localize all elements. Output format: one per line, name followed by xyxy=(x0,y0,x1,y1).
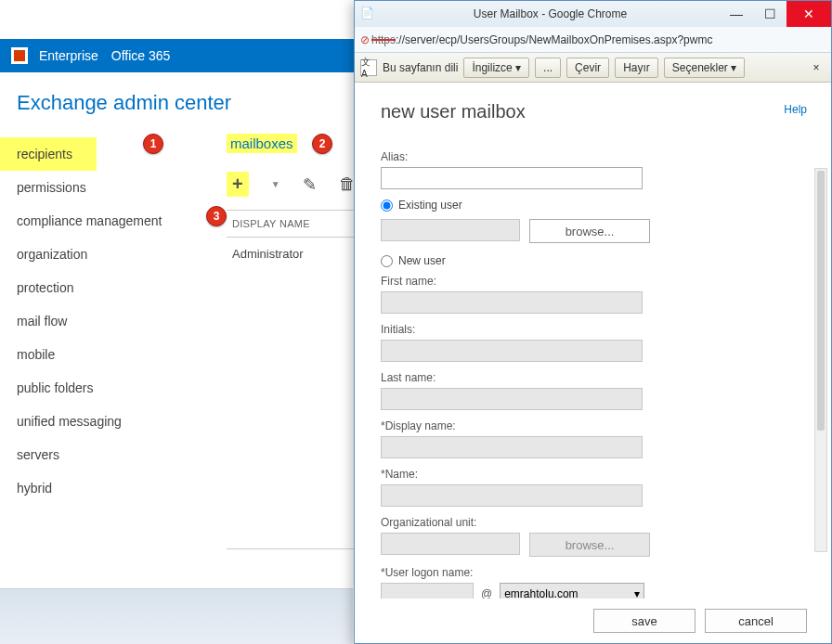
alias-input[interactable] xyxy=(381,167,643,189)
sidebar-item-hybrid[interactable]: hybrid xyxy=(0,471,214,505)
form-body: Help new user mailbox Alias: Existing us… xyxy=(355,83,831,599)
sidebar-item-organization[interactable]: organization xyxy=(0,238,214,271)
page-icon: 📄 xyxy=(360,6,375,21)
add-button[interactable]: + xyxy=(227,172,249,197)
name-label: *Name: xyxy=(381,468,805,481)
maximize-button[interactable]: ☐ xyxy=(753,1,786,27)
form-title: new user mailbox xyxy=(381,101,805,122)
new-user-radio[interactable]: New user xyxy=(381,254,805,267)
divider xyxy=(227,548,357,549)
close-button[interactable]: ✕ xyxy=(786,1,831,27)
window-buttons: — ☐ ✕ xyxy=(720,1,831,27)
scrollbar-thumb[interactable] xyxy=(817,171,825,431)
badge-2: 2 xyxy=(312,134,332,154)
scrollbar[interactable] xyxy=(814,168,827,552)
at-symbol: @ xyxy=(481,587,492,599)
translate-no-button[interactable]: Hayır xyxy=(615,58,658,78)
sidebar-item-publicfolders[interactable]: public folders xyxy=(0,371,214,405)
minimize-button[interactable]: — xyxy=(720,1,753,27)
cancel-button[interactable]: cancel xyxy=(705,609,807,633)
translate-lang-dropdown[interactable]: İngilizce ▾ xyxy=(463,58,529,78)
chevron-down-icon[interactable]: ▼ xyxy=(271,179,280,189)
table-header-displayname: DISPLAY NAME xyxy=(227,210,357,238)
office-logo-icon xyxy=(11,47,28,64)
existing-user-input xyxy=(381,219,520,241)
badge-1: 1 xyxy=(143,134,163,154)
browse-existing-button[interactable]: browse... xyxy=(529,219,650,243)
url-text: ://server/ecp/UsersGroups/NewMailboxOnPr… xyxy=(396,33,712,46)
edit-icon[interactable]: ✎ xyxy=(303,174,317,195)
alias-label: Alias: xyxy=(381,150,805,163)
displayname-label: *Display name: xyxy=(381,419,805,432)
chevron-down-icon: ▾ xyxy=(634,587,640,599)
orgunit-input xyxy=(381,533,520,555)
domain-value: emrahtolu.com xyxy=(504,587,578,599)
initials-input xyxy=(381,340,643,362)
domain-select: emrahtolu.com ▾ xyxy=(500,583,644,599)
initials-label: Initials: xyxy=(381,323,805,336)
save-button[interactable]: save xyxy=(593,609,696,633)
translate-options-button[interactable]: Seçenekler ▾ xyxy=(664,58,745,78)
lastname-label: Last name: xyxy=(381,371,805,384)
url-protocol: https xyxy=(371,33,396,46)
displayname-input xyxy=(381,436,643,458)
logon-label: *User logon name: xyxy=(381,566,805,579)
window-titlebar[interactable]: 📄 User Mailbox - Google Chrome — ☐ ✕ xyxy=(355,1,831,27)
sidebar-item-servers[interactable]: servers xyxy=(0,438,214,471)
translate-prompt: Bu sayfanın dili xyxy=(383,61,458,74)
sidebar-item-protection[interactable]: protection xyxy=(0,271,214,304)
new-user-radio-input[interactable] xyxy=(381,255,393,267)
logon-input xyxy=(381,583,474,599)
nav-enterprise[interactable]: Enterprise xyxy=(39,48,98,63)
window-title: User Mailbox - Google Chrome xyxy=(381,7,720,20)
nav-office365[interactable]: Office 365 xyxy=(111,48,171,63)
existing-user-radio[interactable]: Existing user xyxy=(381,199,805,212)
badge-3: 3 xyxy=(206,206,227,226)
sidebar: recipients permissions compliance manage… xyxy=(0,134,214,549)
sidebar-item-compliance[interactable]: compliance management xyxy=(0,204,214,238)
browse-orgunit-button: browse... xyxy=(529,533,650,557)
ssl-warning-icon: ⊘ xyxy=(360,33,370,46)
firstname-label: First name: xyxy=(381,275,805,288)
translate-icon: 文A xyxy=(360,59,377,76)
lastname-input xyxy=(381,388,643,410)
firstname-input xyxy=(381,291,643,314)
name-input xyxy=(381,484,643,507)
translate-more-button[interactable]: ... xyxy=(535,58,561,78)
existing-user-radio-input[interactable] xyxy=(381,200,393,212)
user-mailbox-dialog: 📄 User Mailbox - Google Chrome — ☐ ✕ ⊘ h… xyxy=(354,0,832,644)
url-bar[interactable]: ⊘ https://server/ecp/UsersGroups/NewMail… xyxy=(355,27,831,53)
footer-bar xyxy=(0,588,353,644)
sidebar-item-permissions[interactable]: permissions xyxy=(0,171,214,204)
tab-mailboxes[interactable]: mailboxes xyxy=(227,134,297,153)
orgunit-label: Organizational unit: xyxy=(381,516,805,529)
existing-user-label: Existing user xyxy=(398,199,462,212)
translate-do-button[interactable]: Çevir xyxy=(566,58,609,78)
new-user-label: New user xyxy=(398,254,446,267)
delete-icon[interactable]: 🗑 xyxy=(339,174,356,194)
dialog-button-bar: save cancel xyxy=(355,599,831,643)
help-link[interactable]: Help xyxy=(784,103,807,116)
sidebar-item-unifiedmsg[interactable]: unified messaging xyxy=(0,405,214,438)
translate-bar: 文A Bu sayfanın dili İngilizce ▾ ... Çevi… xyxy=(355,53,831,83)
sidebar-item-mobile[interactable]: mobile xyxy=(0,338,214,371)
sidebar-item-recipients[interactable]: recipients xyxy=(0,137,97,171)
sidebar-item-mailflow[interactable]: mail flow xyxy=(0,304,214,338)
translate-close-button[interactable]: × xyxy=(807,61,826,74)
